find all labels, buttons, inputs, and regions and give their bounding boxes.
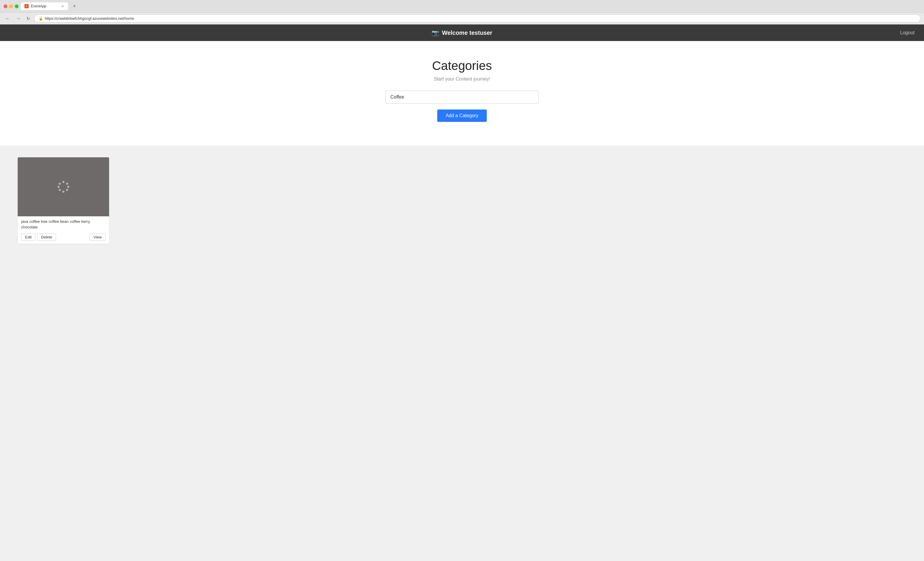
reload-button[interactable]: ↻	[25, 16, 32, 21]
card-image	[18, 157, 109, 216]
tag-java: java	[21, 219, 28, 224]
spinner-dot-2	[66, 183, 68, 185]
tab-close-button[interactable]: ×	[61, 4, 64, 8]
delete-button[interactable]: Delete	[37, 233, 56, 241]
spinner-dot-5	[63, 191, 64, 193]
spinner-dot-4	[66, 189, 68, 191]
spinner-dot-6	[58, 189, 61, 191]
page-title: Categories	[432, 59, 492, 73]
tag-coffee-bean: coffee bean	[49, 219, 69, 224]
view-button[interactable]: View	[90, 233, 105, 241]
tag-chocolate: chocolate	[21, 225, 38, 229]
back-button[interactable]: ←	[3, 15, 12, 22]
brand-label: Welcome testuser	[442, 30, 492, 36]
app-content: Categories Start your Content journey! A…	[0, 41, 924, 146]
window-close-button[interactable]	[3, 5, 8, 8]
edit-button[interactable]: Edit	[21, 233, 35, 241]
page-subtitle: Start your Content journey!	[434, 77, 490, 82]
tab-favicon-icon: A	[24, 4, 28, 8]
tag-coffee-berry: coffee berry	[70, 219, 90, 224]
logout-button[interactable]: Logout	[897, 28, 918, 38]
spinner-dot-1	[63, 181, 64, 183]
category-card: java coffee tree coffee bean coffee berr…	[18, 157, 109, 244]
address-bar[interactable]: 🔒 https://crwebbrbwfchhgocgf.azurewebsit…	[34, 15, 921, 23]
tab-label: EventApp	[31, 4, 46, 8]
cards-grid: java coffee tree coffee bean coffee berr…	[18, 157, 906, 244]
tag-coffee-tree: coffee tree	[30, 219, 48, 224]
spinner-dot-8	[58, 183, 61, 185]
browser-addressbar: ← → ↻ 🔒 https://crwebbrbwfchhgocgf.azure…	[0, 13, 924, 24]
browser-titlebar: A EventApp × +	[0, 0, 924, 13]
loading-spinner	[57, 181, 69, 193]
window-minimize-button[interactable]	[9, 5, 13, 8]
forward-button[interactable]: →	[14, 15, 22, 22]
spinner-dot-3	[67, 186, 69, 188]
category-input[interactable]	[386, 90, 538, 104]
navbar-brand: 📷 Welcome testuser	[310, 29, 614, 36]
window-maximize-button[interactable]	[15, 5, 19, 8]
browser-tab[interactable]: A EventApp ×	[21, 2, 68, 10]
cards-section: java coffee tree coffee bean coffee berr…	[0, 146, 924, 256]
app-navbar: 📷 Welcome testuser Logout	[0, 24, 924, 41]
add-category-button[interactable]: Add a Category	[437, 110, 486, 122]
brand-camera-icon: 📷	[432, 29, 439, 36]
url-text: https://crwebbrbwfchhgocgf.azurewebsites…	[45, 16, 134, 21]
lock-icon: 🔒	[39, 17, 43, 21]
card-tags: java coffee tree coffee bean coffee berr…	[18, 216, 109, 232]
spinner-dot-7	[57, 186, 60, 188]
browser-chrome: A EventApp × + ← → ↻ 🔒 https://crwebbrbw…	[0, 0, 924, 24]
card-actions: Edit Delete View	[18, 232, 109, 244]
window-controls	[3, 5, 19, 8]
new-tab-button[interactable]: +	[70, 3, 78, 9]
